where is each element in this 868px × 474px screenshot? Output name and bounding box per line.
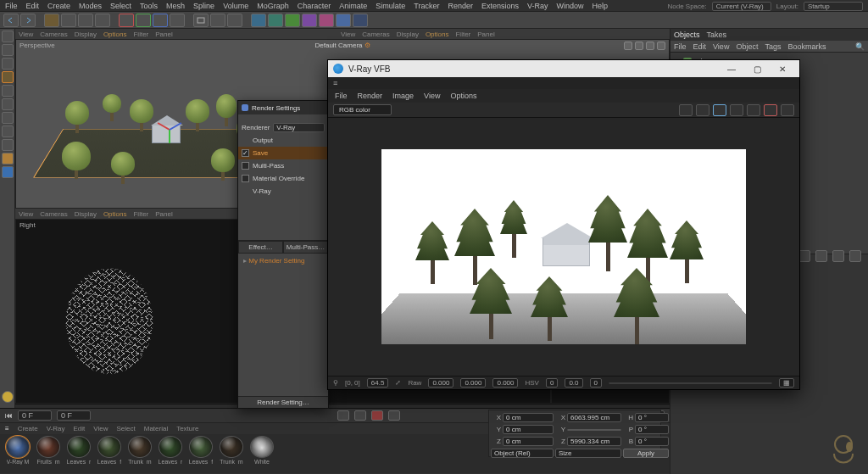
edge-mode-button[interactable] — [2, 98, 14, 110]
material-item[interactable]: Leaves_r — [64, 436, 93, 465]
coord-mode-dropdown[interactable]: Object (Rel) — [491, 449, 554, 458]
menu-spline[interactable]: Spline — [193, 2, 214, 10]
objmenu-tags[interactable]: Tags — [765, 42, 781, 51]
vp-pan-icon[interactable] — [624, 42, 632, 50]
vp-orbit-icon[interactable] — [646, 42, 654, 50]
start-frame-field[interactable]: 0 F — [57, 410, 91, 421]
render-settings-titlebar[interactable]: Render Settings — [238, 101, 328, 114]
maximize-button[interactable]: ▢ — [745, 62, 769, 75]
size-y-field[interactable] — [567, 429, 621, 431]
search-icon[interactable]: 🔍 — [855, 42, 865, 51]
material-item[interactable]: Trunk_m — [217, 436, 246, 465]
poly-mode-button[interactable] — [2, 112, 14, 124]
attr-next-button[interactable] — [815, 250, 827, 262]
tab-objects[interactable]: Objects — [674, 31, 700, 39]
undo-button[interactable] — [3, 14, 19, 27]
attr-lock-button[interactable] — [832, 250, 844, 262]
redo-button[interactable] — [20, 14, 36, 27]
material-item[interactable]: Trunk_m — [125, 436, 154, 465]
material-item[interactable]: Fruits_m — [34, 436, 63, 465]
coord-y-pos[interactable]: 0 cm — [503, 425, 554, 434]
renderer-dropdown[interactable]: V-Ray — [273, 123, 325, 132]
axis-x-button[interactable] — [119, 14, 134, 27]
autokey-button[interactable] — [388, 410, 400, 421]
vfb-size-box[interactable]: 64.5 — [367, 378, 389, 388]
deformer-button[interactable] — [302, 14, 317, 27]
vfb-menu-view[interactable]: View — [424, 92, 440, 100]
vfb-menu-file[interactable]: File — [335, 92, 348, 100]
menu-character[interactable]: Character — [298, 2, 331, 10]
vfb-pick-icon[interactable]: ⚲ — [333, 379, 338, 387]
attr-menu-button[interactable] — [849, 250, 861, 262]
vp-menu-options[interactable]: Options — [103, 210, 127, 218]
rot-p-field[interactable]: 0 ° — [635, 425, 669, 434]
coord-z-pos[interactable]: 0 cm — [503, 437, 554, 446]
current-frame-field[interactable]: 0 F — [18, 410, 52, 421]
vp-menu-panel[interactable]: Panel — [155, 210, 172, 218]
menu-modes[interactable]: Modes — [79, 2, 102, 10]
keyframe-button[interactable] — [371, 410, 383, 421]
menu-help[interactable]: Help — [593, 2, 609, 10]
menu-window[interactable]: Window — [557, 2, 584, 10]
menu-mograph[interactable]: MoGraph — [257, 2, 289, 10]
effect-tab[interactable]: Effect… — [238, 241, 283, 254]
menu-render[interactable]: Render — [448, 2, 473, 10]
objmenu-object[interactable]: Object — [736, 42, 758, 51]
vp-menu-filter[interactable]: Filter — [133, 210, 148, 218]
vp-menu-panel[interactable]: Panel — [477, 31, 494, 38]
vray-vfb-window[interactable]: V-Ray VFB — ▢ ✕ ≡ FileRenderImageViewOpt… — [327, 59, 800, 390]
vp-menu-options[interactable]: Options — [103, 31, 127, 38]
render-settings-window[interactable]: Render Settings Renderer V-Ray OutputSav… — [237, 100, 329, 409]
menu-extensions[interactable]: Extensions — [481, 2, 519, 10]
vp-menu-filter[interactable]: Filter — [133, 31, 148, 38]
menu-create[interactable]: Create — [47, 2, 70, 10]
camera-button[interactable] — [336, 14, 351, 27]
rs-item-v-ray[interactable]: V-Ray — [238, 185, 328, 198]
render-pict-button[interactable] — [210, 14, 225, 27]
matmenu-select[interactable]: Select — [116, 425, 135, 432]
rs-item-save[interactable]: Save — [238, 147, 328, 159]
material-item[interactable]: Leaves_r — [156, 436, 185, 465]
matmenu-v-ray[interactable]: V-Ray — [47, 425, 65, 432]
vp-menu-display[interactable]: Display — [397, 31, 419, 38]
menu-simulate[interactable]: Simulate — [376, 2, 405, 10]
vfb-region-button[interactable] — [713, 104, 726, 116]
vp-max-icon[interactable] — [657, 42, 665, 50]
vfb-menu-options[interactable]: Options — [450, 92, 476, 100]
vfb-save-button[interactable] — [679, 104, 693, 116]
viewport-camera-label[interactable]: Default Camera⚙ — [314, 42, 370, 49]
live-select-button[interactable] — [44, 14, 59, 27]
render-settings-button[interactable] — [227, 14, 242, 27]
scale-tool-button[interactable] — [78, 14, 93, 27]
size-z-field[interactable]: 5990.334 cm — [567, 437, 621, 446]
vfb-copy-button[interactable] — [696, 104, 709, 116]
transform-gizmo[interactable] — [160, 121, 181, 142]
rot-b-field[interactable]: 0 ° — [635, 437, 669, 446]
menu-animate[interactable]: Animate — [339, 2, 367, 10]
workplane-button[interactable] — [2, 58, 14, 70]
size-mode-dropdown[interactable]: Size — [555, 449, 621, 458]
substance-icon[interactable] — [2, 391, 14, 403]
move-tool-button[interactable] — [61, 14, 76, 27]
objmenu-bookmarks[interactable]: Bookmarks — [787, 42, 826, 51]
spline-prim-button[interactable] — [268, 14, 283, 27]
matmenu-material[interactable]: Material — [144, 425, 168, 432]
close-button[interactable]: ✕ — [771, 62, 794, 75]
vp-menu-view[interactable]: View — [19, 31, 33, 38]
vfb-stop-button[interactable] — [764, 104, 777, 116]
cube-prim-button[interactable] — [251, 14, 266, 27]
point-mode-button[interactable] — [2, 85, 14, 97]
checkbox[interactable] — [242, 149, 249, 157]
matmenu-create[interactable]: Create — [18, 425, 38, 432]
menu-v-ray[interactable]: V-Ray — [527, 2, 548, 10]
matmenu-texture[interactable]: Texture — [176, 425, 198, 432]
vp-menu-cameras[interactable]: Cameras — [362, 31, 389, 38]
rs-item-multi-pass[interactable]: Multi-Pass — [238, 159, 328, 172]
vp-menu-display[interactable]: Display — [75, 210, 97, 218]
vfb-link-button[interactable] — [747, 104, 760, 116]
vp-menu-view[interactable]: View — [19, 210, 33, 218]
menu-select[interactable]: Select — [110, 2, 131, 10]
workplane-snap-button[interactable] — [2, 166, 14, 178]
material-item[interactable]: V-Ray M — [3, 436, 32, 465]
play-button[interactable] — [354, 410, 366, 421]
